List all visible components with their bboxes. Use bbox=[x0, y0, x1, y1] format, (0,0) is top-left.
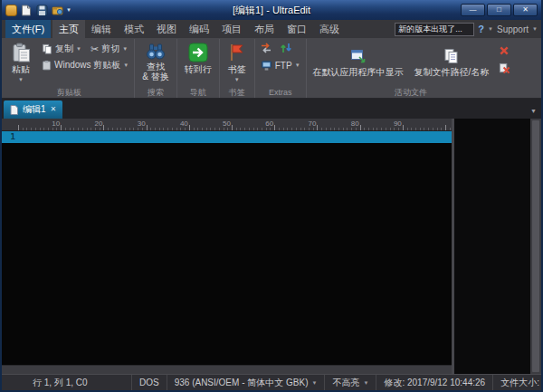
tab-close-icon[interactable]: ✕ bbox=[51, 105, 57, 114]
ftp-caret-icon: ▼ bbox=[295, 62, 300, 68]
find-replace-button[interactable]: 查找 & 替换 bbox=[137, 40, 174, 87]
sync-button[interactable] bbox=[277, 40, 295, 55]
copy-icon bbox=[42, 43, 52, 54]
paste-button[interactable]: 粘贴 ▼ bbox=[5, 40, 36, 87]
ribbon-tab-home[interactable]: 主页 bbox=[52, 20, 85, 38]
document-map[interactable] bbox=[454, 119, 530, 374]
help-caret-icon[interactable]: ▼ bbox=[488, 26, 493, 32]
scrollbar-thumb[interactable] bbox=[532, 120, 539, 372]
paste-caret-icon: ▼ bbox=[18, 77, 24, 82]
help-icon[interactable]: ? bbox=[478, 24, 484, 34]
status-line-ending[interactable]: DOS bbox=[132, 375, 167, 390]
update-notification[interactable]: 新的版本出现了... bbox=[395, 23, 474, 36]
bookmark-button[interactable]: 书签 ▼ bbox=[222, 40, 252, 87]
cut-caret-icon: ▼ bbox=[122, 46, 128, 52]
group-label-search: 搜索 bbox=[137, 87, 174, 98]
ruler-mark: 60 bbox=[265, 119, 274, 129]
line-number: 1 bbox=[2, 131, 15, 143]
status-position: 行 1, 列 1, C0 bbox=[25, 375, 132, 390]
ruler-mark: 50 bbox=[223, 119, 232, 129]
compare-icon bbox=[260, 42, 272, 54]
title-bar: [编辑1] - UltraEdit ▼ — □ ✕ bbox=[2, 0, 541, 20]
goto-line-button[interactable]: 转到行 bbox=[179, 40, 217, 87]
close-file-button[interactable] bbox=[495, 43, 513, 58]
ribbon-tab-row: 文件(F) 主页 编辑 模式 视图 编码 项目 布局 窗口 高级 新的版本出现了… bbox=[2, 20, 541, 38]
cut-button[interactable]: ✂ 剪切 ▼ bbox=[87, 42, 131, 56]
ruler-mark: 20 bbox=[94, 119, 103, 129]
copy-path-icon bbox=[443, 48, 460, 64]
default-app-window-icon bbox=[350, 48, 367, 64]
group-search: 查找 & 替换 搜索 bbox=[135, 39, 176, 98]
ribbon-tab-advanced[interactable]: 高级 bbox=[313, 20, 346, 38]
cut-icon: ✂ bbox=[90, 44, 99, 54]
ftp-icon bbox=[261, 60, 272, 72]
copy-caret-icon: ▼ bbox=[76, 46, 81, 52]
bookmark-caret-icon: ▼ bbox=[234, 77, 240, 82]
goto-line-icon bbox=[188, 43, 208, 62]
document-tab-edit1[interactable]: 编辑1 ✕ bbox=[4, 100, 62, 119]
main-area: 102030405060708090 1 bbox=[2, 119, 541, 374]
support-caret-icon[interactable]: ▼ bbox=[532, 26, 538, 32]
close-file-icon bbox=[499, 45, 510, 56]
close-all-files-icon bbox=[499, 62, 510, 74]
ribbon-tab-file[interactable]: 文件(F) bbox=[5, 20, 51, 38]
copy-button[interactable]: 复制 ▼ bbox=[38, 42, 85, 56]
show-in-default-app-button[interactable]: 在默认应用程序中显示 bbox=[309, 40, 408, 87]
ruler-mark: 10 bbox=[52, 119, 61, 129]
document-icon bbox=[10, 105, 18, 115]
group-navigation: 转到行 导航 bbox=[177, 39, 220, 98]
status-syntax-highlight[interactable]: 不高亮 ▼ bbox=[325, 375, 376, 390]
group-active-file: 在默认应用程序中显示 复制文件路径/名称 bbox=[307, 39, 516, 98]
maximize-button[interactable]: □ bbox=[487, 4, 511, 16]
support-menu[interactable]: Support bbox=[497, 24, 529, 34]
ruler: 102030405060708090 bbox=[2, 119, 452, 131]
text-area[interactable] bbox=[18, 131, 452, 365]
syntax-caret-icon: ▼ bbox=[363, 380, 368, 386]
bookmark-flag-icon bbox=[227, 43, 247, 62]
close-button[interactable]: ✕ bbox=[513, 4, 538, 16]
minimize-button[interactable]: — bbox=[461, 4, 485, 16]
ribbon-tab-layout[interactable]: 布局 bbox=[248, 20, 281, 38]
group-label-clipboard: 剪贴板 bbox=[5, 87, 132, 98]
paste-icon bbox=[11, 43, 31, 62]
horizontal-scrollbar[interactable] bbox=[2, 365, 452, 374]
ribbon-tab-view[interactable]: 视图 bbox=[150, 20, 183, 38]
ribbon-tab-edit[interactable]: 编辑 bbox=[85, 20, 118, 38]
ribbon-tab-project[interactable]: 项目 bbox=[215, 20, 248, 38]
copy-file-path-button[interactable]: 复制文件路径/名称 bbox=[410, 40, 494, 87]
editor-pane[interactable]: 1 bbox=[2, 131, 452, 365]
ruler-mark: 40 bbox=[180, 119, 189, 129]
document-tab-bar: 编辑1 ✕ ▼ bbox=[2, 99, 541, 119]
ftp-button[interactable]: FTP ▼ bbox=[257, 58, 304, 72]
close-all-files-button[interactable] bbox=[495, 61, 513, 76]
windows-clipboard-button[interactable]: Windows 剪贴板 ▼ bbox=[38, 58, 132, 72]
sync-arrows-icon bbox=[280, 42, 292, 54]
ruler-mark: 80 bbox=[351, 119, 360, 129]
ruler-mark: 70 bbox=[308, 119, 317, 129]
group-bookmarks: 书签 ▼ 书签 bbox=[220, 39, 255, 98]
ribbon-right-area: 新的版本出现了... ? ▼ Support ▼ bbox=[395, 20, 541, 38]
status-encoding[interactable]: 936 (ANSI/OEM - 简体中文 GBK) ▼ bbox=[167, 375, 326, 390]
ultraedit-window: [编辑1] - UltraEdit ▼ — □ ✕ 文件(F) 主页 编辑 模式… bbox=[0, 0, 543, 392]
group-label-navigation: 导航 bbox=[179, 87, 217, 98]
windows-clipboard-caret-icon: ▼ bbox=[123, 62, 129, 68]
vertical-scrollbar[interactable] bbox=[530, 119, 541, 374]
ribbon-body: 粘贴 ▼ 复制 ▼ ✂ 剪切 bbox=[2, 38, 541, 99]
encoding-caret-icon: ▼ bbox=[311, 380, 317, 386]
group-label-extras: Extras bbox=[257, 87, 304, 98]
compare-button[interactable] bbox=[257, 40, 275, 55]
status-bar: 行 1, 列 1, C0 DOS 936 (ANSI/OEM - 简体中文 GB… bbox=[2, 374, 541, 390]
ribbon-tab-mode[interactable]: 模式 bbox=[118, 20, 150, 38]
status-file-size: 文件大小: 0 bbox=[493, 375, 541, 390]
binoculars-icon bbox=[146, 43, 166, 61]
tab-list-caret-icon[interactable]: ▼ bbox=[530, 108, 537, 114]
group-label-bookmarks: 书签 bbox=[222, 87, 252, 98]
group-label-active-file: 活动文件 bbox=[309, 87, 514, 98]
status-modified-time: 修改: 2017/9/12 10:44:26 bbox=[376, 375, 493, 390]
clipboard-icon bbox=[42, 60, 52, 71]
ribbon-tab-encoding[interactable]: 编码 bbox=[183, 20, 215, 38]
ribbon-tab-window[interactable]: 窗口 bbox=[281, 20, 313, 38]
group-clipboard: 粘贴 ▼ 复制 ▼ ✂ 剪切 bbox=[4, 39, 135, 98]
window-controls: — □ ✕ bbox=[461, 4, 538, 16]
line-number-gutter: 1 bbox=[2, 131, 18, 365]
